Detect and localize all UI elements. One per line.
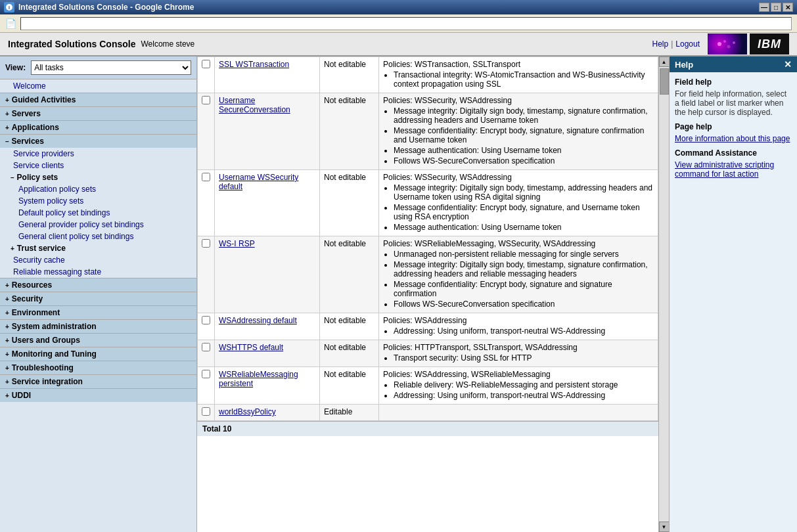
scroll-down-button[interactable]: ▼	[659, 521, 670, 532]
sidebar-sub-reliable-messaging[interactable]: Reliable messaging state	[0, 266, 196, 278]
scroll-thumb[interactable]	[660, 68, 669, 95]
sidebar-sub-security-cache[interactable]: Security cache	[0, 254, 196, 266]
view-select[interactable]: All tasks	[31, 60, 191, 75]
sidebar-sub-gen-provider[interactable]: General provider policy set bindings	[0, 219, 196, 231]
policy-sets-table: SSL WSTransactionNot editablePolicies: W…	[197, 56, 658, 421]
row-editable-cell: Editable	[320, 405, 379, 421]
sidebar-item-service-integration[interactable]: + Service integration	[0, 374, 196, 388]
plus-icon-guided: +	[5, 97, 9, 104]
help-header: Help ✕	[670, 56, 797, 72]
row-name-link[interactable]: worldBssyPolicy	[219, 407, 276, 416]
list-item: Follows WS-SecureConversation specificat…	[394, 156, 654, 166]
sidebar-item-troubleshooting[interactable]: + Troubleshooting	[0, 361, 196, 374]
help-close-icon[interactable]: ✕	[784, 59, 792, 70]
row-editable-cell: Not editable	[320, 57, 379, 93]
plus-icon-sysadmin: +	[5, 323, 9, 330]
header: Integrated Solutions Console Welcome ste…	[0, 33, 797, 56]
row-name-link[interactable]: Username SecureConversation	[219, 96, 290, 114]
sidebar-item-welcome[interactable]: Welcome	[0, 79, 196, 93]
row-editable-cell: Not editable	[320, 236, 379, 313]
row-checkbox[interactable]	[202, 96, 210, 104]
row-checkbox[interactable]	[202, 239, 210, 248]
row-name-cell: Username WSSecurity default	[215, 170, 320, 236]
plus-icon-troubleshooting: +	[5, 365, 9, 372]
app-icon: i	[4, 2, 14, 12]
sidebar-sub-service-providers[interactable]: Service providers	[0, 148, 196, 160]
row-editable-cell: Not editable	[320, 340, 379, 367]
list-item: Message confidentiality: Encrypt body, s…	[394, 126, 654, 144]
maximize-button[interactable]: □	[771, 3, 781, 12]
help-content: Field help For field help information, s…	[670, 72, 797, 184]
row-checkbox[interactable]	[202, 60, 210, 68]
row-name-cell: WSHTTPS default	[215, 340, 320, 367]
list-item: Message integrity: Digitally sign body, …	[394, 260, 654, 278]
row-name-link[interactable]: WSReliableMessaging persistent	[219, 370, 298, 388]
title-bar-text: Integrated Solutions Console - Google Ch…	[18, 3, 194, 12]
main-layout: View: All tasks Welcome + Guided Activit…	[0, 56, 797, 532]
sidebar-sub-service-clients[interactable]: Service clients	[0, 160, 196, 171]
row-name-link[interactable]: SSL WSTransaction	[219, 60, 289, 69]
row-editable-cell: Not editable	[320, 367, 379, 405]
page-help-title: Page help	[675, 122, 792, 131]
plus-icon-service-integration: +	[5, 378, 9, 386]
sidebar-item-applications[interactable]: + Applications	[0, 120, 196, 134]
welcome-label: Welcome	[13, 81, 46, 91]
view-label: View:	[5, 63, 26, 72]
row-name-cell: worldBssyPolicy	[215, 405, 320, 421]
scroll-up-button[interactable]: ▲	[659, 56, 670, 67]
sidebar-item-servers[interactable]: + Servers	[0, 106, 196, 120]
content-scrollbar[interactable]: ▲ ▼	[658, 56, 669, 532]
row-checkbox[interactable]	[202, 370, 210, 378]
row-name-cell: WSReliableMessaging persistent	[215, 367, 320, 405]
header-separator: |	[671, 39, 673, 49]
page-help-link[interactable]: More information about this page	[675, 134, 792, 143]
url-input[interactable]: 10.139.142.182:10125/ibm/console/login.d…	[20, 17, 792, 30]
sidebar: View: All tasks Welcome + Guided Activit…	[0, 56, 197, 532]
sidebar-item-uddi[interactable]: + UDDI	[0, 388, 196, 402]
row-name-link[interactable]: Username WSSecurity default	[219, 173, 298, 191]
command-link[interactable]: View administrative scripting command fo…	[675, 160, 792, 179]
row-desc-cell: Policies: WSAddressing, WSReliableMessag…	[379, 367, 658, 405]
sidebar-item-environment[interactable]: + Environment	[0, 305, 196, 319]
sidebar-sub-policy-sets[interactable]: – Policy sets	[0, 171, 196, 183]
minus-icon-services: –	[5, 138, 9, 145]
row-bullets: Transactional integrity: WS-AtomicTransa…	[383, 70, 654, 89]
sidebar-item-services[interactable]: – Services	[0, 134, 196, 148]
applications-label: Applications	[12, 123, 59, 132]
list-item: Message authentication: Using Username t…	[394, 146, 654, 155]
help-link[interactable]: Help	[652, 39, 668, 49]
app-title: Integrated Solutions Console	[8, 39, 135, 49]
sidebar-item-resources[interactable]: + Resources	[0, 278, 196, 292]
sidebar-item-monitoring[interactable]: + Monitoring and Tuning	[0, 347, 196, 361]
plus-icon-servers: +	[5, 110, 9, 118]
row-checkbox[interactable]	[202, 407, 210, 416]
sidebar-item-guided[interactable]: + Guided Activities	[0, 93, 196, 106]
sidebar-sub-gen-client[interactable]: General client policy set bindings	[0, 231, 196, 242]
row-checkbox[interactable]	[202, 316, 210, 324]
svg-text:i: i	[9, 5, 10, 10]
plus-icon-users: +	[5, 337, 9, 344]
plus-icon-security: +	[5, 296, 9, 303]
sidebar-sub-default-binding[interactable]: Default policy set bindings	[0, 207, 196, 219]
environment-label: Environment	[12, 308, 60, 317]
close-button[interactable]: ✕	[783, 3, 793, 12]
sidebar-sub-trust-service[interactable]: + Trust service	[0, 242, 196, 254]
sidebar-item-security[interactable]: + Security	[0, 292, 196, 305]
sidebar-sub-system-policy-sets[interactable]: System policy sets	[0, 195, 196, 207]
sidebar-item-sysadmin[interactable]: + System administration	[0, 319, 196, 333]
minimize-button[interactable]: —	[759, 3, 769, 12]
sidebar-sub-app-policy-sets[interactable]: Application policy sets	[0, 183, 196, 195]
row-name-link[interactable]: WSHTTPS default	[219, 343, 283, 352]
table-footer: Total 10	[197, 421, 658, 436]
security-label: Security	[12, 294, 43, 303]
row-editable-cell: Not editable	[320, 93, 379, 170]
row-name-link[interactable]: WS-I RSP	[219, 239, 255, 248]
row-checkbox[interactable]	[202, 343, 210, 351]
list-item: Message integrity: Digitally sign body, …	[394, 106, 654, 125]
row-name-link[interactable]: WSAddressing default	[219, 316, 297, 325]
logout-link[interactable]: Logout	[675, 39, 700, 49]
plus-icon-resources: +	[5, 282, 9, 289]
row-checkbox[interactable]	[202, 173, 210, 181]
welcome-text: Welcome steve	[141, 39, 194, 49]
sidebar-item-users[interactable]: + Users and Groups	[0, 333, 196, 347]
